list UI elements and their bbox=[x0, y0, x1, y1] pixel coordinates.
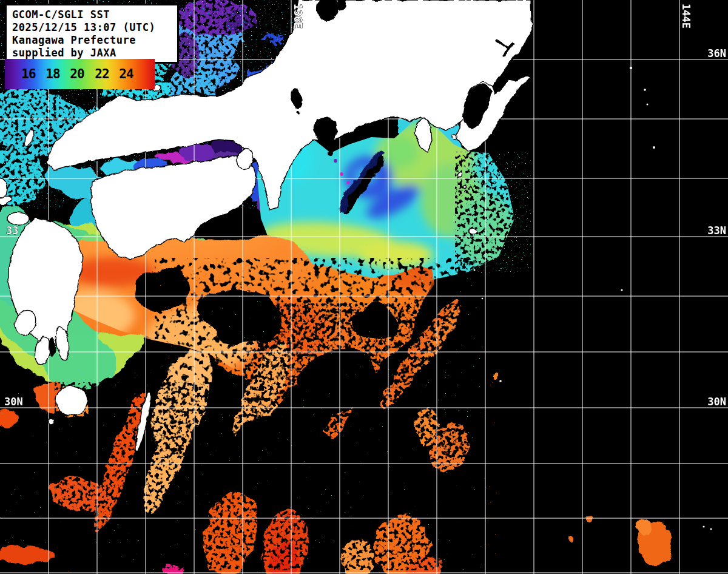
colorbar-tick-24: 24 bbox=[118, 67, 135, 81]
data-source: supplied by JAXA bbox=[12, 47, 172, 59]
land-yakushima bbox=[56, 386, 87, 415]
region-name: Kanagawa Prefecture bbox=[12, 34, 172, 47]
colorbar-tick-18: 18 bbox=[44, 67, 61, 81]
label-144e: 144E bbox=[680, 4, 692, 29]
colorbar-tick-22: 22 bbox=[93, 67, 110, 81]
label-30n: 30N bbox=[707, 396, 726, 408]
label-30n-left: 30N bbox=[4, 396, 23, 408]
lake-hamana bbox=[363, 132, 370, 138]
colorbar-tick-16: 16 bbox=[20, 67, 37, 81]
label-33n-left: 33 bbox=[6, 225, 18, 237]
label-136e: 136E bbox=[292, 4, 304, 29]
label-33n: 33N bbox=[707, 225, 726, 237]
land-izu-islands bbox=[453, 134, 457, 139]
observation-datetime: 2025/12/15 13:07 (UTC) bbox=[12, 21, 172, 34]
sst-screenshot: 136E 144E 36N 33N 30N 30N 33 GCOM-C/SGLI… bbox=[0, 0, 728, 574]
temperature-colorbar: 16 18 20 22 24 bbox=[5, 59, 155, 89]
product-title: GCOM-C/SGLI SST bbox=[12, 8, 172, 21]
info-box: GCOM-C/SGLI SST 2025/12/15 13:07 (UTC) K… bbox=[5, 4, 179, 64]
colorbar-tick-20: 20 bbox=[69, 67, 86, 81]
label-36n: 36N bbox=[707, 47, 726, 59]
